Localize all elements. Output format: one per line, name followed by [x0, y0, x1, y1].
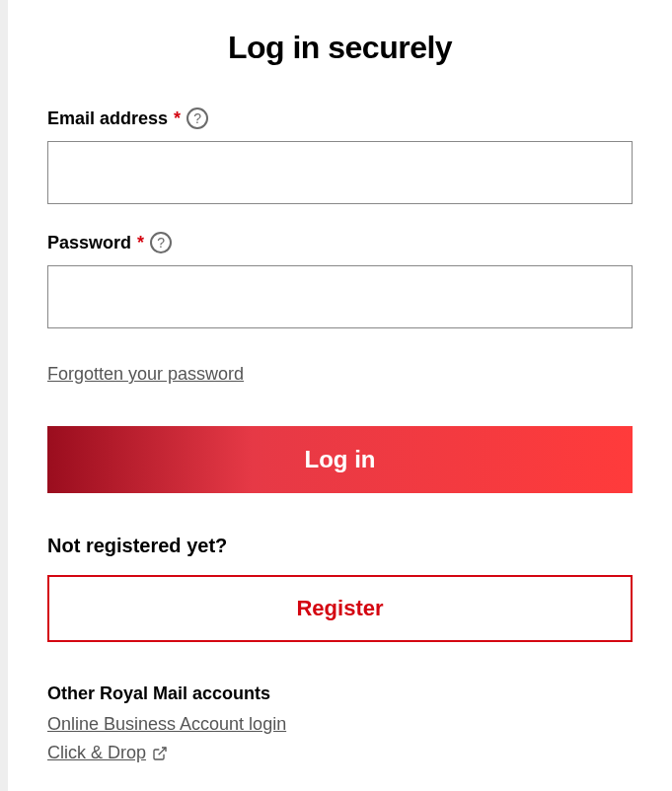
- page-title: Log in securely: [47, 30, 633, 66]
- login-button[interactable]: Log in: [47, 426, 633, 493]
- required-indicator: *: [174, 108, 181, 129]
- left-edge-decoration: [0, 0, 8, 791]
- login-container: Log in securely Email address * ? Passwo…: [0, 0, 672, 771]
- password-label: Password: [47, 233, 131, 253]
- password-field-group: Password * ?: [47, 232, 633, 328]
- help-icon[interactable]: ?: [187, 108, 208, 129]
- required-indicator: *: [137, 233, 144, 253]
- svg-line-0: [159, 748, 166, 755]
- online-business-account-link[interactable]: Online Business Account login: [47, 714, 286, 735]
- email-label: Email address: [47, 108, 168, 129]
- forgot-password-link[interactable]: Forgotten your password: [47, 364, 244, 385]
- email-field-group: Email address * ?: [47, 108, 633, 204]
- email-label-row: Email address * ?: [47, 108, 633, 129]
- not-registered-heading: Not registered yet?: [47, 535, 633, 557]
- password-label-row: Password * ?: [47, 232, 633, 253]
- account-link-label: Online Business Account login: [47, 714, 286, 735]
- email-field[interactable]: [47, 141, 633, 204]
- external-link-icon: [152, 746, 168, 761]
- register-button[interactable]: Register: [47, 575, 633, 642]
- password-field[interactable]: [47, 265, 633, 328]
- account-link-label: Click & Drop: [47, 743, 146, 763]
- help-icon[interactable]: ?: [150, 232, 172, 253]
- other-accounts-heading: Other Royal Mail accounts: [47, 683, 633, 704]
- click-and-drop-link[interactable]: Click & Drop: [47, 743, 168, 763]
